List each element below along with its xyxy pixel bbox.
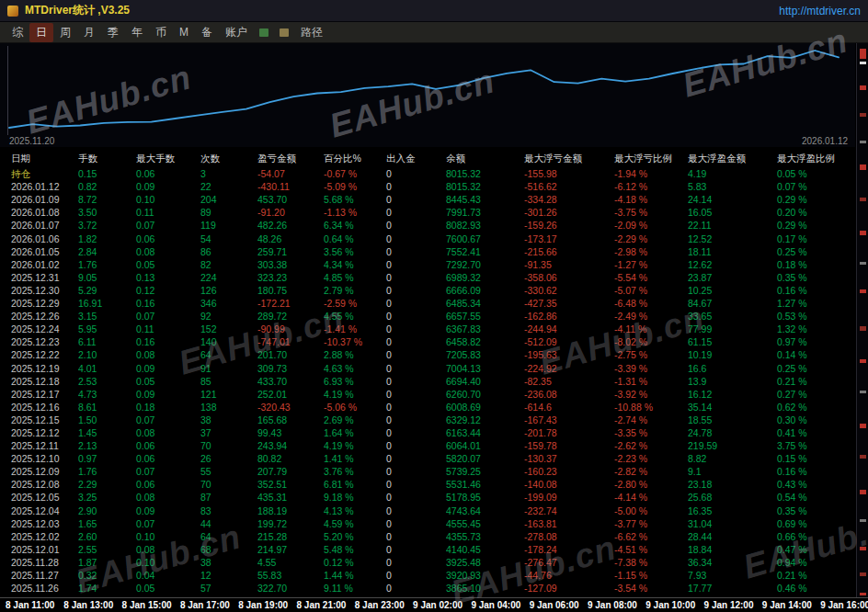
table-row[interactable]: 2025.12.194.010.0991309.734.63 %07004.13… (0, 362, 855, 375)
cell: -334.28 (524, 193, 614, 206)
menu-item-币[interactable]: 币 (149, 23, 173, 42)
cell: 323.23 (257, 271, 324, 284)
cell: 13.9 (688, 375, 777, 388)
cell: 5.95 (78, 323, 136, 335)
table-row[interactable]: 2025.12.121.450.083799.431.64 %06163.44-… (0, 426, 855, 439)
cell: -172.21 (257, 297, 324, 310)
website-link[interactable]: http://mtdriver.cn (779, 5, 861, 17)
menu-item-周[interactable]: 周 (53, 23, 77, 42)
menu-item-月[interactable]: 月 (77, 23, 101, 42)
cell: 188.19 (257, 504, 324, 517)
cell: -278.08 (524, 530, 614, 543)
cell: -5.54 % (614, 271, 688, 284)
cell: 0.07 % (777, 180, 855, 193)
cell: 8445.43 (446, 193, 524, 206)
cell: 8015.32 (446, 180, 524, 193)
cell: 25.68 (688, 491, 777, 504)
cell: 0.10 (136, 556, 200, 569)
table-row[interactable]: 2025.12.053.250.0887435.319.18 %05178.95… (0, 491, 855, 504)
cell: 48.26 (257, 232, 324, 245)
table-row[interactable]: 2026.01.083.500.1189-91.20-1.13 %07991.7… (0, 206, 855, 219)
cell: 7552.41 (446, 245, 524, 258)
menu-item-季[interactable]: 季 (101, 23, 125, 42)
cell: -1.13 % (324, 206, 386, 219)
menu-item-日[interactable]: 日 (29, 23, 53, 42)
menu-item-M[interactable]: M (173, 24, 195, 40)
table-row[interactable]: 2026.01.120.820.0922-430.11-5.09 %08015.… (0, 180, 855, 193)
table-row[interactable]: 2025.12.012.550.0868214.975.48 %04140.45… (0, 543, 855, 556)
cell: 2025.12.09 (11, 465, 78, 478)
cell: 346 (200, 297, 257, 310)
table-row[interactable]: 2026.01.061.820.065448.260.64 %07600.67-… (0, 232, 855, 245)
cell: 0 (386, 193, 446, 206)
cell: -1.31 % (614, 375, 688, 388)
table-row[interactable]: 2025.12.263.150.0792289.724.55 %06657.55… (0, 310, 855, 323)
table-row[interactable]: 2025.12.2916.910.16346-172.21-2.59 %0648… (0, 297, 855, 310)
table-row[interactable]: 2025.12.305.290.12126180.752.79 %06666.0… (0, 284, 855, 297)
cell: 0.06 (136, 167, 200, 180)
cell: 0.16 % (777, 465, 855, 478)
table-row[interactable]: 2025.12.182.530.0585433.706.93 %06694.40… (0, 375, 855, 388)
cell: 89 (200, 206, 257, 219)
table-row[interactable]: 2025.11.281.870.10384.550.12 %03925.48-2… (0, 556, 855, 569)
cell: -330.62 (524, 284, 614, 297)
menu-item-综[interactable]: 综 (6, 23, 29, 42)
cell: 0 (386, 414, 446, 426)
table-row[interactable]: 2025.12.174.730.09121252.014.19 %06260.7… (0, 388, 855, 401)
cell: -8.02 % (614, 335, 688, 348)
toolbar-icon-folder[interactable] (280, 28, 289, 37)
table-row[interactable]: 2025.12.245.950.11152-90.99-1.41 %06367.… (0, 323, 855, 335)
candle-mark (860, 455, 866, 459)
cell: 持仓 (11, 167, 78, 180)
cell: 2025.11.26 (11, 582, 78, 595)
table-row[interactable]: 2025.12.236.110.16140-747.01-10.37 %0645… (0, 335, 855, 348)
table-row[interactable]: 2025.12.151.500.0738165.682.69 %06329.12… (0, 414, 855, 426)
cell: 219.59 (688, 439, 777, 452)
menu-item-年[interactable]: 年 (125, 23, 149, 42)
table-row[interactable]: 2025.12.222.100.0864201.702.88 %07205.83… (0, 348, 855, 361)
table-row[interactable]: 2025.12.022.600.1064215.285.20 %04355.73… (0, 530, 855, 543)
toolbar-icon-green[interactable] (259, 28, 268, 37)
cell: 0.82 (78, 180, 136, 193)
table-row[interactable]: 2025.12.112.130.0670243.944.19 %06064.01… (0, 439, 855, 452)
table-row[interactable]: 2025.12.031.650.0744199.724.59 %04555.45… (0, 517, 855, 530)
table-row[interactable]: 2025.12.042.900.0983188.194.13 %04743.64… (0, 504, 855, 517)
table-row[interactable]: 2025.11.261.740.0557322.709.11 %03865.10… (0, 582, 855, 595)
table-row[interactable]: 2025.11.270.320.041255.831.44 %03920.93-… (0, 569, 855, 582)
cell: 2.13 (78, 439, 136, 452)
cell: -178.24 (524, 543, 614, 556)
cell: 2025.12.19 (11, 362, 78, 375)
cell: 0 (386, 504, 446, 517)
cell: 0.21 % (777, 569, 855, 582)
cell: -195.63 (524, 348, 614, 361)
cell: 0.18 % (777, 258, 855, 271)
cell: 17.77 (688, 582, 777, 595)
cell: 77.99 (688, 323, 777, 335)
table-row[interactable]: 2025.12.082.290.0670352.516.81 %05531.46… (0, 478, 855, 491)
menu-item-path[interactable]: 路径 (294, 23, 329, 42)
menu-item-备[interactable]: 备 (195, 23, 219, 42)
table-row[interactable]: 2025.12.319.050.13224323.234.85 %06989.3… (0, 271, 855, 284)
table-row[interactable]: 2025.12.091.760.0755207.793.76 %05739.25… (0, 465, 855, 478)
table-row[interactable]: 持仓0.150.063-54.07-0.67 %08015.32-155.98-… (0, 167, 855, 180)
time-label: 9 Jan 08:00 (588, 600, 645, 610)
table-row[interactable]: 2026.01.073.720.07119482.266.34 %08082.9… (0, 219, 855, 232)
cell: -2.29 % (614, 232, 688, 245)
menu-item-账户[interactable]: 账户 (219, 23, 254, 42)
table-row[interactable]: 2026.01.098.720.10204453.705.68 %08445.4… (0, 193, 855, 206)
app-title: MTDriver统计 ,V3.25 (25, 3, 130, 18)
cell: 5739.25 (446, 465, 524, 478)
cell: 0 (386, 543, 446, 556)
table-row[interactable]: 2025.12.168.610.18138-320.43-5.06 %06008… (0, 401, 855, 414)
cell: -2.75 % (614, 348, 688, 361)
table-row[interactable]: 2026.01.021.760.0582303.384.34 %07292.70… (0, 258, 855, 271)
column-header: 最大浮盈金额 (688, 152, 777, 164)
cell: 0 (386, 310, 446, 323)
cell: -512.09 (524, 335, 614, 348)
cell: 4555.45 (446, 517, 524, 530)
table-row[interactable]: 2025.12.100.970.062680.821.41 %05820.07-… (0, 452, 855, 465)
cell: 0.05 (136, 582, 200, 595)
cell: 3.15 (78, 310, 136, 323)
table-row[interactable]: 2026.01.052.840.0886259.713.56 %07552.41… (0, 245, 855, 258)
column-header: 百分比% (324, 152, 386, 164)
